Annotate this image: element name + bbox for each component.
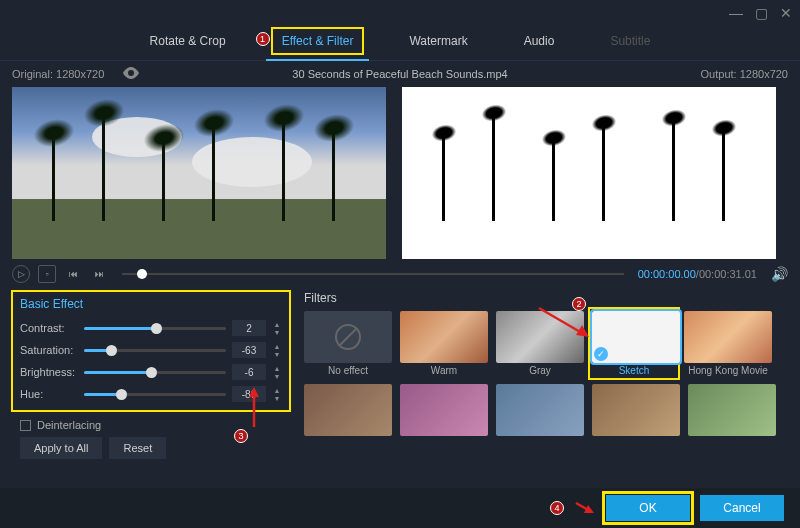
- time-display: 00:00:00.00/00:00:31.01: [638, 268, 757, 280]
- volume-icon[interactable]: 🔊: [771, 266, 788, 282]
- contrast-value[interactable]: 2: [232, 320, 266, 336]
- contrast-up[interactable]: ▲: [272, 320, 282, 328]
- playback-controls: ▷ ▫ ⏮ ⏭ 00:00:00.00/00:00:31.01 🔊: [0, 259, 800, 289]
- filter-warm[interactable]: Warm: [400, 311, 488, 376]
- preview-output: [402, 87, 776, 259]
- tab-watermark[interactable]: Watermark: [401, 30, 475, 52]
- svg-line-6: [576, 503, 590, 511]
- filters-title: Filters: [304, 291, 788, 305]
- play-button[interactable]: ▷: [12, 265, 30, 283]
- hue-slider[interactable]: [84, 393, 226, 396]
- close-button[interactable]: ✕: [780, 5, 792, 21]
- saturation-value[interactable]: -63: [232, 342, 266, 358]
- hue-down[interactable]: ▼: [272, 394, 282, 402]
- contrast-label: Contrast:: [20, 322, 78, 334]
- saturation-up[interactable]: ▲: [272, 342, 282, 350]
- annotation-badge-3: 3: [234, 429, 248, 443]
- minimize-button[interactable]: —: [729, 5, 743, 21]
- hue-up[interactable]: ▲: [272, 386, 282, 394]
- brightness-slider[interactable]: [84, 371, 226, 374]
- saturation-slider[interactable]: [84, 349, 226, 352]
- tab-effect-filter-label: Effect & Filter: [282, 34, 354, 48]
- tab-audio[interactable]: Audio: [516, 30, 563, 52]
- filter-label: No effect: [304, 365, 392, 376]
- filter-item[interactable]: [496, 384, 584, 436]
- filter-label: Hong Kong Movie: [684, 365, 772, 376]
- filename-label: 30 Seconds of Peaceful Beach Sounds.mp4: [0, 68, 800, 80]
- hue-value[interactable]: -86: [232, 386, 266, 402]
- filter-item[interactable]: [688, 384, 776, 436]
- deinterlacing-label: Deinterlacing: [37, 419, 101, 431]
- contrast-slider[interactable]: [84, 327, 226, 330]
- contrast-down[interactable]: ▼: [272, 328, 282, 336]
- filter-item[interactable]: [304, 384, 392, 436]
- brightness-label: Brightness:: [20, 366, 78, 378]
- annotation-badge-4: 4: [550, 501, 564, 515]
- prev-frame-button[interactable]: ⏮: [64, 265, 82, 283]
- stop-button[interactable]: ▫: [38, 265, 56, 283]
- apply-to-all-button[interactable]: Apply to All: [20, 437, 102, 459]
- maximize-button[interactable]: ▢: [755, 5, 768, 21]
- footer: 4 OK Cancel: [0, 488, 800, 528]
- annotation-badge-2: 2: [572, 297, 586, 311]
- basic-effect-panel: Basic Effect Contrast: 2 ▲▼ Saturation: …: [12, 291, 290, 411]
- filter-label: Sketch: [592, 365, 676, 376]
- filter-label: Gray: [496, 365, 584, 376]
- filter-label: Warm: [400, 365, 488, 376]
- tab-subtitle[interactable]: Subtitle: [602, 30, 658, 52]
- annotation-badge-1: 1: [256, 32, 270, 46]
- brightness-up[interactable]: ▲: [272, 364, 282, 372]
- filter-item[interactable]: [400, 384, 488, 436]
- filter-gray[interactable]: Gray: [496, 311, 584, 376]
- next-frame-button[interactable]: ⏭: [90, 265, 108, 283]
- tab-bar: Rotate & Crop 1 Effect & Filter Watermar…: [0, 26, 800, 61]
- deinterlacing-checkbox[interactable]: [20, 420, 31, 431]
- filter-item[interactable]: [592, 384, 680, 436]
- brightness-down[interactable]: ▼: [272, 372, 282, 380]
- filter-no-effect[interactable]: No effect: [304, 311, 392, 376]
- svg-marker-7: [584, 505, 594, 513]
- svg-line-3: [339, 328, 357, 346]
- filters-panel: Filters No effect Warm Gray ✓ Sketch Hon…: [304, 291, 788, 463]
- scrubber[interactable]: [122, 273, 624, 275]
- brightness-value[interactable]: -6: [232, 364, 266, 380]
- check-icon: ✓: [594, 347, 608, 361]
- reset-button[interactable]: Reset: [109, 437, 166, 459]
- preview-original: [12, 87, 386, 259]
- cancel-button[interactable]: Cancel: [700, 495, 784, 521]
- filter-sketch[interactable]: ✓ Sketch: [590, 309, 678, 378]
- info-row: Original: 1280x720 30 Seconds of Peacefu…: [0, 61, 800, 87]
- tab-effect-filter[interactable]: 1 Effect & Filter: [274, 30, 362, 52]
- saturation-label: Saturation:: [20, 344, 78, 356]
- hue-label: Hue:: [20, 388, 78, 400]
- ok-button[interactable]: OK: [606, 495, 690, 521]
- tab-rotate-crop[interactable]: Rotate & Crop: [142, 30, 234, 52]
- filter-hong-kong[interactable]: Hong Kong Movie: [684, 311, 772, 376]
- basic-effect-title: Basic Effect: [20, 297, 282, 311]
- saturation-down[interactable]: ▼: [272, 350, 282, 358]
